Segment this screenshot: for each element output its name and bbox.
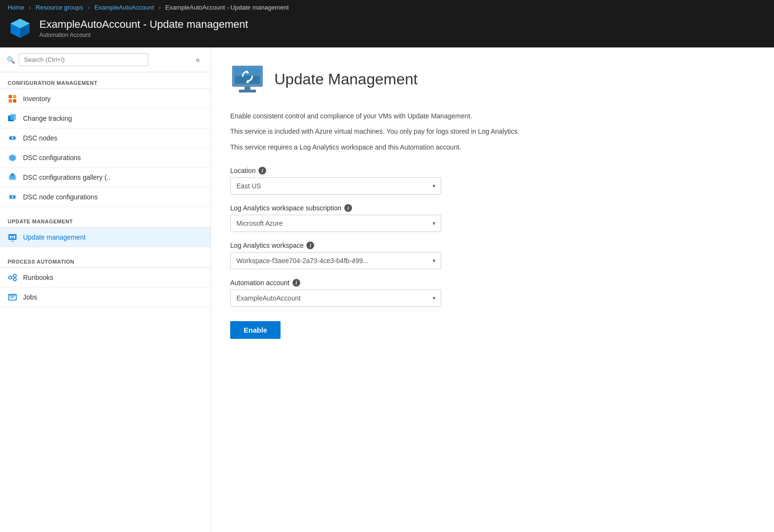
breadcrumb-home[interactable]: Home [8,4,24,11]
dsc-node-configurations-label: DSC node configurations [23,193,98,201]
sidebar-item-dsc-gallery[interactable]: DSC configurations gallery (.. [0,168,211,187]
dsc-nodes-icon [8,133,17,143]
breadcrumb-resource-groups[interactable]: Resource groups [35,4,83,11]
enable-button[interactable]: Enable [230,321,281,339]
log-analytics-workspace-info-icon[interactable]: i [306,242,314,249]
svg-rect-9 [13,99,16,103]
page-title: Update Management [274,70,418,88]
log-analytics-subscription-select-wrapper: Microsoft Azure ▾ [230,215,441,232]
change-tracking-label: Change tracking [23,115,72,122]
inventory-label: Inventory [23,95,51,103]
jobs-icon [8,292,17,302]
sidebar-item-update-management[interactable]: Update management [0,228,211,247]
update-management-page-icon [230,62,265,96]
automation-account-group: Automation account i ExampleAutoAccount … [230,279,470,307]
app-icon [8,16,33,41]
svg-point-32 [9,276,12,279]
svg-point-26 [14,197,15,197]
svg-rect-11 [10,114,16,120]
svg-rect-31 [11,241,14,242]
topbar-text: ExampleAutoAccount - Update management A… [39,18,248,38]
svg-rect-30 [12,241,13,241]
automation-account-select-wrapper: ExampleAutoAccount ▾ [230,289,441,307]
section-header-update-mgmt: UPDATE MANAGEMENT [0,211,211,227]
dsc-gallery-label: DSC configurations gallery (.. [23,173,110,181]
svg-point-34 [13,278,16,281]
svg-rect-6 [9,95,12,98]
dsc-nodes-label: DSC nodes [23,134,58,142]
log-analytics-workspace-label: Log Analytics workspace [230,242,304,249]
dsc-config-icon [8,153,17,162]
form-section: Location i East US ▾ Log Analytics works… [230,167,470,339]
location-group: Location i East US ▾ [230,167,470,195]
change-tracking-icon [8,114,17,123]
svg-rect-8 [9,99,12,103]
update-mgmt-icon [8,232,17,242]
location-info-icon[interactable]: i [258,167,266,174]
topbar-subtitle: Automation Account [39,32,248,38]
log-analytics-subscription-group: Log Analytics workspace subscription i M… [230,204,470,232]
log-analytics-subscription-select[interactable]: Microsoft Azure [230,215,441,232]
svg-rect-44 [245,87,250,90]
runbooks-icon [8,273,17,282]
location-label: Location [230,167,256,174]
section-header-process-automation: PROCESS AUTOMATION [0,251,211,267]
sidebar-item-jobs[interactable]: Jobs [0,288,211,307]
sidebar-collapse-button[interactable]: « [192,54,204,66]
bc-sep-1: › [29,4,31,11]
bc-sep-2: › [88,4,90,11]
sidebar-item-runbooks[interactable]: Runbooks [0,268,211,288]
automation-account-info-icon[interactable]: i [293,279,300,287]
search-input[interactable] [19,53,148,66]
svg-line-36 [12,278,13,279]
sidebar-item-inventory[interactable]: Inventory [0,89,211,109]
location-select[interactable]: East US [230,177,441,195]
description-3: This service requires a Log Analytics wo… [230,142,755,152]
svg-rect-45 [239,90,256,93]
runbooks-label: Runbooks [23,274,53,281]
dsc-configurations-label: DSC configurations [23,154,81,162]
section-header-config-mgmt: CONFIGURATION MANAGEMENT [0,72,211,89]
breadcrumb-current: ExampleAutoAccount - Update management [165,4,289,11]
svg-rect-7 [13,95,16,98]
log-analytics-workspace-select-wrapper: Workspace-f3aee704-2a73-4ce3-b4fb-499...… [230,252,441,269]
automation-account-label: Automation account [230,279,290,287]
description-1: Enable consistent control and compliance… [230,111,755,121]
log-analytics-workspace-select[interactable]: Workspace-f3aee704-2a73-4ce3-b4fb-499... [230,252,441,269]
svg-rect-21 [11,173,14,175]
update-management-label: Update management [23,233,86,241]
svg-point-33 [13,274,16,277]
svg-point-24 [12,196,13,198]
topbar-title: ExampleAutoAccount - Update management [39,18,248,31]
dsc-node-config-icon [8,192,17,202]
sidebar-item-dsc-node-configurations[interactable]: DSC node configurations [0,187,211,207]
sidebar-item-dsc-nodes[interactable]: DSC nodes [0,128,211,148]
log-analytics-subscription-label: Log Analytics workspace subscription [230,204,341,212]
location-select-wrapper: East US ▾ [230,177,441,195]
log-analytics-workspace-group: Log Analytics workspace i Workspace-f3ae… [230,242,470,269]
svg-point-25 [10,197,11,197]
dsc-gallery-icon [8,173,17,182]
automation-account-select[interactable]: ExampleAutoAccount [230,289,441,307]
sidebar-item-dsc-configurations[interactable]: DSC configurations [0,148,211,168]
inventory-icon [8,94,17,104]
svg-line-35 [12,276,13,277]
search-icon: 🔍 [7,56,15,64]
jobs-label: Jobs [23,293,37,301]
breadcrumb-auto-account[interactable]: ExampleAutoAccount [94,4,154,11]
bc-sep-3: › [159,4,161,11]
content-header: Update Management [230,62,755,96]
svg-point-14 [12,137,13,139]
sidebar-item-change-tracking[interactable]: Change tracking [0,109,211,128]
description-2: This service is included with Azure virt… [230,126,755,137]
svg-rect-20 [10,176,15,179]
description-block: Enable consistent control and compliance… [230,111,755,152]
log-analytics-subscription-info-icon[interactable]: i [344,204,352,212]
